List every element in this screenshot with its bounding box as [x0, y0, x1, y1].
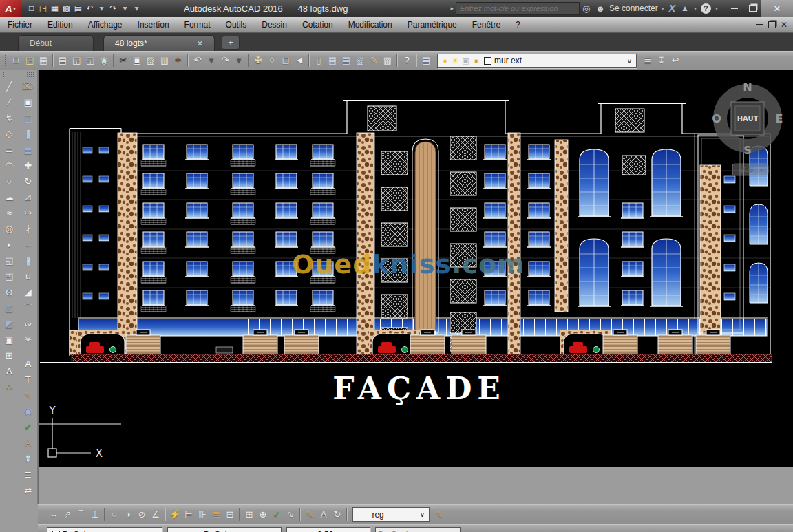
dimension-toolbar-grip[interactable]	[40, 509, 45, 521]
make-layer-current-icon[interactable]: ↧	[655, 54, 668, 67]
minimize-button[interactable]	[726, 0, 743, 17]
break-icon[interactable]: ∦	[21, 253, 36, 268]
layer-select[interactable]: ●☀▣∎ mur ext ∨	[437, 54, 637, 68]
help-icon[interactable]: ?	[701, 3, 711, 14]
search-collapse-icon[interactable]: ▸	[450, 5, 454, 12]
region-icon[interactable]: ▣	[1, 332, 17, 348]
undo-icon[interactable]: ↶	[191, 54, 204, 67]
linetype-select[interactable]: DuCalque ∨	[167, 527, 282, 532]
single-line-text-icon[interactable]: T	[21, 372, 36, 387]
menu-modification[interactable]: Modification	[341, 17, 400, 32]
menu-parametrique[interactable]: Paramétrique	[400, 17, 465, 32]
restore-button[interactable]	[743, 0, 761, 17]
sheet-set-manager-icon[interactable]: ▧	[353, 54, 367, 67]
dim-inspect-icon[interactable]: ✓	[270, 508, 284, 522]
viewcube-south[interactable]: S	[743, 144, 752, 157]
chamfer-icon[interactable]: ◢	[21, 284, 36, 300]
a360-icon[interactable]: ▲	[681, 3, 689, 13]
layer-previous-icon[interactable]: ↩	[668, 54, 682, 67]
menu-format[interactable]: Format	[177, 17, 218, 32]
line-icon[interactable]: ╱	[1, 78, 17, 94]
point-icon[interactable]: ⊙	[1, 284, 17, 300]
qat-customize-icon[interactable]: ▾	[131, 1, 142, 15]
construction-line-icon[interactable]: ⁄	[1, 94, 17, 110]
center-mark-icon[interactable]: ⊕	[256, 508, 270, 522]
arc-icon[interactable]: ◠	[1, 158, 17, 173]
undo-menu-icon[interactable]: ▾	[204, 54, 218, 67]
standard-toolbar-grip[interactable]	[2, 54, 7, 67]
help-menu-icon[interactable]: ▾	[715, 6, 718, 12]
lineweight-select[interactable]: 0.53 mm ∨	[286, 527, 370, 532]
zoom-window-icon[interactable]: ◻	[279, 54, 293, 67]
menu-fichier[interactable]: Fichier	[0, 17, 40, 32]
ellipse-arc-icon[interactable]: ◗	[1, 237, 17, 253]
print-icon[interactable]: ▤	[56, 54, 70, 67]
help-icon[interactable]: ?	[400, 54, 414, 67]
dim-break-icon[interactable]: ⊟	[223, 508, 237, 522]
close-button[interactable]: ✕	[761, 0, 793, 17]
viewcube-top-face[interactable]: HAUT	[737, 115, 759, 123]
tab-debut[interactable]: Début	[18, 35, 94, 51]
viewcube-scg-button[interactable]: SCG	[739, 166, 753, 173]
revision-cloud-icon[interactable]: ☁	[1, 189, 17, 205]
move-icon[interactable]: ✚	[21, 158, 36, 173]
multiline-text-icon[interactable]: A	[1, 363, 17, 379]
menu-outils[interactable]: Outils	[218, 17, 255, 32]
create-block-icon[interactable]: ◰	[1, 268, 17, 284]
rectangle-icon[interactable]: ▭	[1, 142, 17, 158]
layer-thaw-sun-icon[interactable]: ☀	[450, 56, 461, 66]
menu-affichage[interactable]: Affichage	[81, 17, 130, 32]
new-file-icon[interactable]: □	[25, 1, 37, 15]
scale-text-icon[interactable]: ⇕	[21, 451, 36, 467]
viewcube-north[interactable]: N	[743, 81, 752, 94]
layer-freeze-viewport-icon[interactable]: ▣	[461, 56, 471, 66]
menu-fenetre[interactable]: Fenêtre	[465, 17, 508, 32]
dim-space-icon[interactable]: ≣	[209, 508, 223, 522]
fillet-icon[interactable]: ⌒	[21, 300, 36, 316]
markup-icon[interactable]: ✎	[367, 54, 381, 67]
dim-baseline-icon[interactable]: ⊨	[182, 508, 195, 522]
layer-properties-icon[interactable]: ▤	[419, 54, 433, 67]
sign-in-button[interactable]: Se connecter	[609, 3, 658, 13]
dim-diameter-icon[interactable]: ⊘	[135, 508, 149, 522]
table-icon[interactable]: ⊞	[1, 348, 17, 363]
circle-icon[interactable]: ○	[1, 173, 17, 189]
publish-icon[interactable]: ◱	[83, 54, 97, 67]
menu-edition[interactable]: Edition	[40, 17, 81, 32]
copy-clip-icon[interactable]: ▣	[130, 54, 144, 67]
offset-icon[interactable]: ∥	[21, 126, 36, 142]
edit-text-icon[interactable]: ✎	[21, 387, 36, 403]
open-folder-icon[interactable]: ◳	[37, 1, 49, 15]
extend-icon[interactable]: →	[21, 237, 36, 253]
ellipse-icon[interactable]: ◎	[1, 221, 17, 237]
dim-continue-icon[interactable]: ⊪	[195, 508, 209, 522]
spell-check-icon[interactable]: ✔	[21, 419, 36, 435]
plot-preview-icon[interactable]: ◲	[70, 54, 83, 67]
trim-icon[interactable]: ∤	[21, 221, 36, 237]
menu-cotation[interactable]: Cotation	[295, 17, 341, 32]
viewcube-east[interactable]: E	[776, 112, 783, 125]
save-icon[interactable]: ▦	[36, 54, 50, 67]
design-center-icon[interactable]: ▦	[326, 54, 339, 67]
paste-block-icon[interactable]: ▥	[158, 54, 171, 67]
undo-icon[interactable]: ↶	[84, 1, 96, 15]
layer-unlock-icon[interactable]: ∎	[471, 56, 481, 66]
dim-angular-icon[interactable]: ∠	[149, 508, 162, 522]
quick-dimension-icon[interactable]: ⚡	[168, 508, 182, 522]
exchange-apps-icon[interactable]: X	[669, 3, 675, 14]
text-style-icon[interactable]: A	[21, 435, 36, 451]
dim-arc-length-icon[interactable]: ⌒	[74, 508, 88, 522]
search-input[interactable]	[456, 2, 580, 15]
erase-icon[interactable]: ⌦	[21, 78, 36, 94]
stretch-icon[interactable]: ↦	[21, 205, 36, 221]
undo-menu-icon[interactable]: ▾	[96, 1, 107, 15]
dim-jog-line-icon[interactable]: ∿	[284, 508, 297, 522]
polygon-icon[interactable]: ◇	[1, 126, 17, 142]
app-menu-button[interactable]: A ▾	[0, 0, 21, 17]
rotate-icon[interactable]: ↻	[21, 173, 36, 189]
spline-icon[interactable]: ≈	[1, 205, 17, 221]
tab-48logts[interactable]: 48 logts* ✕	[103, 35, 215, 51]
open-folder-icon[interactable]: ◳	[23, 54, 36, 67]
dropdown-arrow-icon[interactable]: ∨	[625, 57, 634, 65]
array-icon[interactable]: ▦	[21, 142, 36, 158]
